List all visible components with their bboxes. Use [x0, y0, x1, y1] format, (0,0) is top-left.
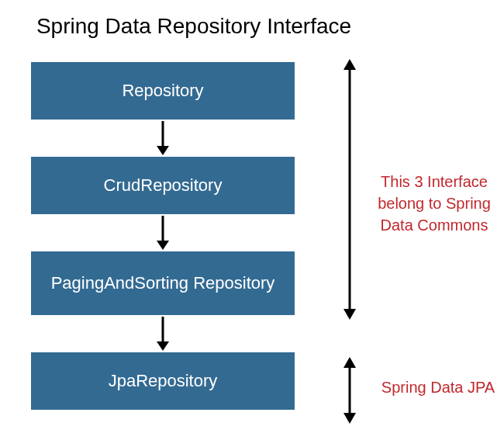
box-paging-sorting-repository: PagingAndSorting Repository [31, 251, 295, 315]
double-arrow-icon [340, 357, 360, 424]
arrow-down-icon [154, 120, 172, 157]
bracket-arrow-commons [340, 59, 360, 323]
svg-marker-3 [157, 241, 169, 250]
arrow-down-icon [154, 214, 172, 251]
arrow-down-2 [31, 214, 295, 251]
arrow-down-icon [154, 315, 172, 352]
svg-marker-11 [343, 413, 356, 424]
box-crud-repository: CrudRepository [31, 157, 295, 214]
svg-marker-1 [157, 146, 169, 155]
svg-marker-6 [343, 59, 356, 70]
diagram-container: Repository CrudRepository PagingAndSorti… [31, 62, 504, 410]
box-jpa-repository: JpaRepository [31, 352, 295, 410]
box-repository: Repository [31, 62, 295, 120]
diagram-title: Spring Data Repository Interface [31, 0, 357, 47]
box-paging-sorting-label: PagingAndSorting Repository [36, 273, 291, 293]
svg-marker-9 [343, 357, 356, 368]
arrow-down-1 [31, 120, 295, 157]
double-arrow-icon [340, 59, 360, 320]
bracket-arrow-jpa [340, 357, 360, 427]
svg-marker-8 [343, 309, 356, 320]
annotation-jpa: Spring Data JPA [372, 376, 504, 398]
arrow-down-3 [31, 315, 295, 352]
svg-marker-5 [157, 341, 169, 351]
annotation-commons: This 3 Interface belong to Spring Data C… [364, 171, 504, 236]
